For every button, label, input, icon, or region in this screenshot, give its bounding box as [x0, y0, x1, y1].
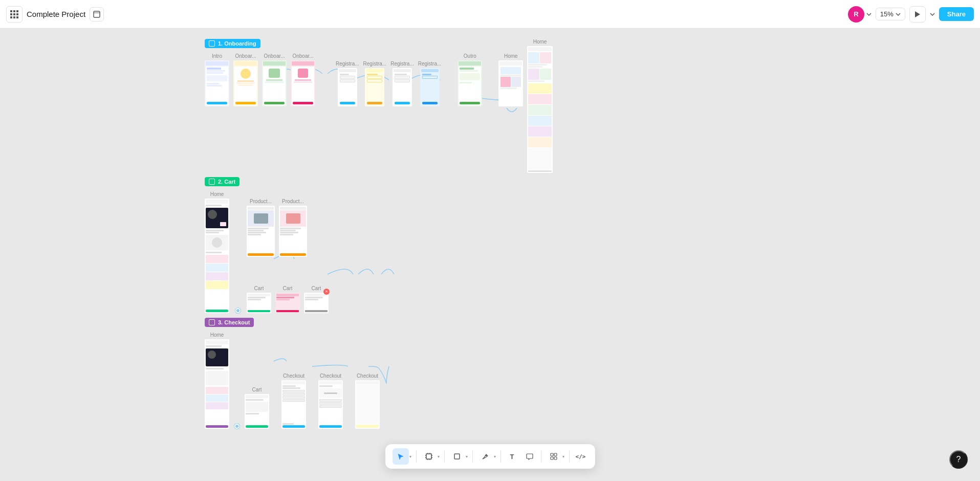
- frame-cart1[interactable]: [247, 293, 271, 313]
- frame-col-prod2: Product...: [279, 199, 307, 257]
- frame-tool[interactable]: [421, 448, 437, 465]
- components-tool[interactable]: [546, 448, 562, 465]
- zoom-button[interactable]: 15%: [876, 8, 905, 20]
- section-icon-cart: [209, 179, 215, 185]
- frame-onboar3[interactable]: [291, 60, 315, 106]
- cart-mini-frames-row: Cart: [247, 286, 329, 313]
- frame-prod1[interactable]: [247, 206, 275, 257]
- product-cart-col: Product...: [247, 199, 329, 313]
- frame-col-home1: Home: [498, 53, 523, 106]
- frame-intro[interactable]: [205, 60, 229, 106]
- frame-label-cart1: Cart: [254, 286, 264, 291]
- frame-checkout2[interactable]: [318, 380, 343, 429]
- connection-spacer: [233, 308, 243, 313]
- shape-tool[interactable]: [449, 448, 465, 465]
- frame-onboar1[interactable]: [233, 60, 258, 106]
- help-button[interactable]: ?: [949, 450, 968, 469]
- frame-reg1[interactable]: [338, 68, 357, 106]
- select-tool[interactable]: [393, 448, 409, 465]
- frame-reg3[interactable]: [393, 68, 412, 106]
- frame-cart3[interactable]: [304, 293, 329, 313]
- frame-label-home3: Home: [210, 332, 224, 338]
- frame-label-reg1: Registra...: [336, 61, 359, 67]
- frame-home2[interactable]: [205, 199, 229, 313]
- svg-rect-16: [554, 457, 557, 460]
- divider6: [569, 450, 570, 463]
- code-icon: </>: [576, 453, 586, 460]
- frame-col-onboar1: Onboar...: [233, 53, 258, 106]
- frame-col-checkout1: Checkout: [281, 373, 306, 429]
- frame-cart2[interactable]: [275, 293, 300, 313]
- frame-home-extended[interactable]: [527, 46, 553, 173]
- code-tool[interactable]: </>: [573, 448, 589, 465]
- window-toggle-button[interactable]: [90, 7, 104, 21]
- frame-col-prod1: Product...: [247, 199, 275, 257]
- project-title: Complete Project: [27, 10, 85, 18]
- select-tool-group[interactable]: ▾: [391, 448, 413, 465]
- chevron-down-icon: [866, 12, 872, 17]
- comment-tool[interactable]: [521, 448, 538, 465]
- comment-icon: [526, 453, 533, 460]
- frame-onboar2[interactable]: [262, 60, 287, 106]
- frame-checkout3[interactable]: [355, 380, 380, 429]
- frame-col-checkout2: Checkout: [318, 373, 343, 429]
- frame-col-cart3: Cart ✕: [304, 286, 329, 313]
- section-label-cart: 2. Cart: [205, 177, 239, 186]
- frame-label-prod1: Product...: [250, 199, 272, 204]
- pen-tool[interactable]: [477, 448, 493, 465]
- components-arrow: ▾: [562, 454, 565, 459]
- frame-prod2[interactable]: [279, 206, 307, 257]
- frame-tool-group[interactable]: ▾: [420, 448, 441, 465]
- onboarding-section: 1. Onboarding Intro: [205, 39, 523, 106]
- divider3: [472, 450, 473, 463]
- svg-rect-14: [554, 453, 557, 456]
- frame-label-outro: Outro: [464, 53, 476, 59]
- frame-col-cart4: Cart: [245, 387, 269, 429]
- frame-col-reg3: Registra...: [390, 61, 414, 106]
- home-extended-section: Home: [527, 39, 553, 173]
- frame-cart4[interactable]: [245, 394, 269, 429]
- components-icon: [550, 453, 557, 460]
- frame-label-intro: Intro: [212, 53, 222, 59]
- frame-home1[interactable]: [498, 60, 523, 106]
- frame-label-onboar3: Onboar...: [292, 53, 313, 59]
- svg-point-12: [485, 455, 487, 456]
- frame-label-home1: Home: [504, 53, 518, 59]
- topbar-left: Complete Project: [6, 6, 104, 23]
- checkout-frames: Home: [205, 332, 380, 429]
- menu-button[interactable]: [6, 6, 23, 23]
- divider1: [416, 450, 417, 463]
- divider4: [500, 450, 501, 463]
- components-tool-group[interactable]: ▾: [545, 448, 566, 465]
- play-button[interactable]: [909, 6, 926, 23]
- frame-col-home3: Home: [205, 332, 229, 429]
- zoom-value: 15%: [880, 10, 894, 18]
- product-frames-row: Product...: [247, 199, 329, 257]
- shape-arrow: ▾: [465, 454, 468, 459]
- frame-home3[interactable]: [205, 339, 229, 429]
- shape-tool-group[interactable]: ▾: [448, 448, 469, 465]
- frame-label-cart3: Cart: [312, 286, 321, 291]
- frame-label-home2: Home: [210, 191, 224, 197]
- pen-tool-group[interactable]: ▾: [476, 448, 497, 465]
- frame-reg2[interactable]: [365, 68, 384, 106]
- frame-col-onboar3: Onboar...: [291, 53, 315, 106]
- cursor-icon: [397, 453, 404, 460]
- frame-checkout1[interactable]: [281, 380, 306, 429]
- frame-outro[interactable]: [458, 60, 482, 106]
- connection-spacer2: [233, 424, 241, 429]
- divider5: [541, 450, 541, 463]
- window-icon: [93, 11, 100, 18]
- frame-label-cart2: Cart: [283, 286, 293, 291]
- rectangle-icon: [453, 453, 461, 460]
- frame-col-cart1: Cart: [247, 286, 271, 313]
- avatar: R: [848, 6, 864, 23]
- frame-reg4[interactable]: ⋯: [420, 68, 440, 106]
- frame-col-checkout3: Checkout: [355, 373, 380, 429]
- frame-label-onboar1: Onboar...: [235, 53, 256, 59]
- frame-arrow: ▾: [437, 454, 440, 459]
- close-button[interactable]: ✕: [323, 289, 330, 295]
- share-button[interactable]: Share: [939, 7, 974, 21]
- svg-rect-2: [426, 454, 431, 459]
- text-tool[interactable]: T: [504, 448, 520, 465]
